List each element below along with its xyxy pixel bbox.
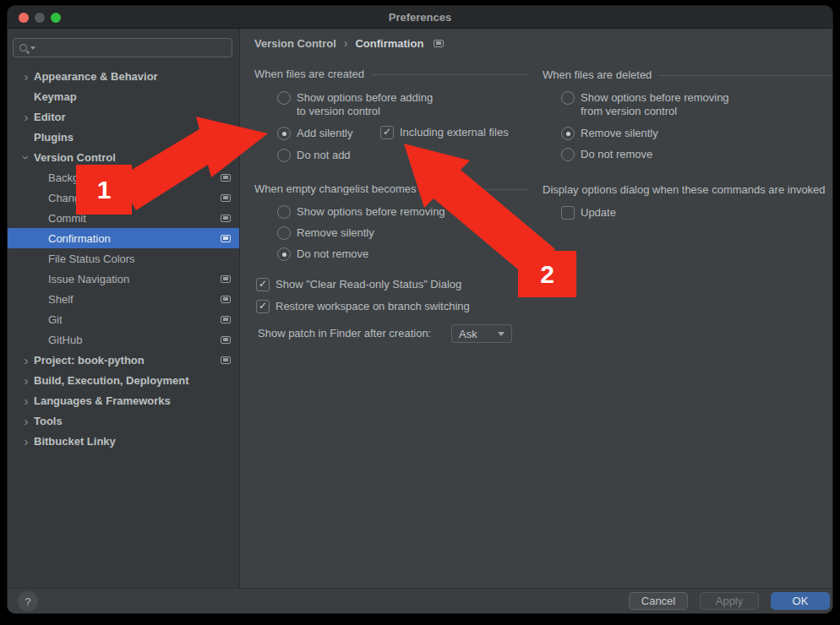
radio-selected-icon[interactable] [277,247,291,261]
settings-scope-icon [221,215,231,222]
checkbox-label: Including external files [400,126,509,139]
sidebar-item-label: GitHub [48,334,82,346]
chevron-right-icon[interactable]: › [19,415,34,427]
group-divider [658,75,832,76]
radio-label: Show options before removing [297,205,445,219]
group-title: When files are created [254,68,364,80]
chevron-right-icon[interactable]: › [19,394,34,407]
checkbox-checked-icon[interactable]: ✓ [256,300,270,313]
radio-selected-icon[interactable] [277,127,291,140]
radio-do-not-remove-deleted[interactable]: Do not remove [561,148,652,161]
sidebar-item-keymap[interactable]: Keymap [8,86,239,106]
radio-show-options-before-adding[interactable]: Show options before adding to version co… [277,91,433,118]
sidebar-item-bitbucket-linky[interactable]: › Bitbucket Linky [8,431,239,451]
chevron-right-icon[interactable]: › [19,374,34,387]
chevron-right-icon[interactable]: › [19,111,34,123]
group-divider [371,74,529,75]
group-divider [463,189,529,190]
dropdown-caret-icon [498,332,505,336]
checkbox-label: Restore workspace on branch switching [275,300,470,313]
patch-dropdown[interactable]: Ask [451,324,512,343]
annotation-label-1: 1 [76,165,132,215]
sidebar-item-languages-frameworks[interactable]: › Languages & Frameworks [8,390,239,410]
sidebar-item-appearance-behavior[interactable]: › Appearance & Behavior [8,66,239,86]
sidebar-item-label: File Status Colors [48,253,135,265]
radio-icon[interactable] [277,226,291,240]
radio-label: Show options before removing from versio… [581,91,729,118]
radio-icon[interactable] [277,91,291,105]
sidebar-item-tools[interactable]: › Tools [8,410,239,431]
radio-icon[interactable] [277,205,291,219]
sidebar-item-label: Languages & Frameworks [34,394,171,407]
radio-do-not-add[interactable]: Do not add [277,149,351,162]
radio-icon[interactable] [561,148,575,161]
zoom-button[interactable] [51,13,61,23]
sidebar-item-confirmation[interactable]: Confirmation [8,228,239,248]
help-button[interactable]: ? [18,591,38,611]
checkbox-including-external-files[interactable]: ✓ Including external files [380,126,509,139]
sidebar-item-editor[interactable]: › Editor [8,106,239,127]
radio-show-options-before-removing[interactable]: Show options before removing [277,205,445,219]
sidebar-item-build-execution-deployment[interactable]: › Build, Execution, Deployment [8,370,239,390]
sidebar-item-issue-navigation[interactable]: Issue Navigation [8,269,239,289]
checkbox-checked-icon[interactable]: ✓ [380,126,394,139]
radio-icon[interactable] [277,149,291,162]
checkbox-label: Update [581,206,616,220]
group-title: When files are deleted [543,68,652,81]
window-title: Preferences [389,11,451,24]
chevron-right-icon[interactable]: › [19,435,34,448]
checkbox-checked-icon[interactable]: ✓ [256,278,270,291]
breadcrumb-current: Confirmation [355,37,423,50]
chevron-right-icon[interactable]: › [19,70,34,83]
settings-scope-icon [221,275,231,283]
ok-button[interactable]: OK [771,592,830,610]
radio-remove-silently-deleted[interactable]: Remove silently [561,127,658,140]
group-files-created: When files are created [254,68,529,80]
sidebar-item-git[interactable]: Git [8,309,239,329]
chevron-down-icon[interactable]: › [20,149,33,165]
radio-remove-silently[interactable]: Remove silently [277,226,374,240]
settings-scope-icon [221,194,231,202]
minimize-button[interactable] [35,13,45,23]
sidebar-item-file-status-colors[interactable]: File Status Colors [8,248,239,269]
settings-scope-icon [221,235,231,242]
settings-scope-icon [221,174,231,182]
checkbox-clear-readonly-dialog[interactable]: ✓ Show "Clear Read-only Status" Dialog [256,278,461,291]
group-files-deleted: When files are deleted [543,68,832,81]
chevron-right-icon[interactable]: › [19,354,34,367]
checkbox-restore-workspace[interactable]: ✓ Restore workspace on branch switching [256,300,470,313]
close-button[interactable] [19,13,29,23]
group-title: When empty changelist becomes inactive [254,182,456,195]
apply-button[interactable]: Apply [700,592,759,610]
sidebar-item-label: Git [48,313,63,326]
sidebar-item-label: Plugins [34,131,74,144]
radio-selected-icon[interactable] [561,127,575,140]
radio-icon[interactable] [561,91,575,105]
sidebar-item-github[interactable]: GitHub [8,329,239,350]
radio-label: Show options before adding to version co… [297,91,433,118]
sidebar-item-shelf[interactable]: Shelf [8,289,239,309]
group-empty-changelist: When empty changelist becomes inactive [254,182,529,195]
sidebar-item-project-book-python[interactable]: › Project: book-python [8,350,239,370]
settings-scope-icon [221,296,231,303]
radio-label: Do not add [297,149,351,162]
checkbox-update[interactable]: Update [561,206,616,220]
radio-show-options-before-removing-vc[interactable]: Show options before removing from versio… [561,91,729,118]
search-input[interactable] [35,41,232,54]
radio-add-silently[interactable]: Add silently [277,127,352,140]
sidebar-item-label: Issue Navigation [48,273,129,285]
footer-bar: ? Cancel Apply OK [8,588,832,613]
checkbox-unchecked-icon[interactable] [561,206,575,220]
breadcrumb-parent[interactable]: Version Control [254,37,336,50]
sidebar-item-label: Editor [34,111,66,123]
radio-label: Remove silently [297,226,374,240]
search-box[interactable] [13,38,232,57]
cancel-button[interactable]: Cancel [629,592,688,610]
breadcrumb: Version Control › Confirmation [254,36,444,50]
checkbox-label: Show "Clear Read-only Status" Dialog [275,278,461,291]
radio-do-not-remove[interactable]: Do not remove [277,247,368,261]
patch-label: Show patch in Finder after creation: [258,327,431,340]
settings-sidebar: › Appearance & Behavior Keymap › Editor … [8,29,240,590]
sidebar-item-label: Shelf [48,293,74,306]
sidebar-item-plugins[interactable]: Plugins [8,127,239,147]
